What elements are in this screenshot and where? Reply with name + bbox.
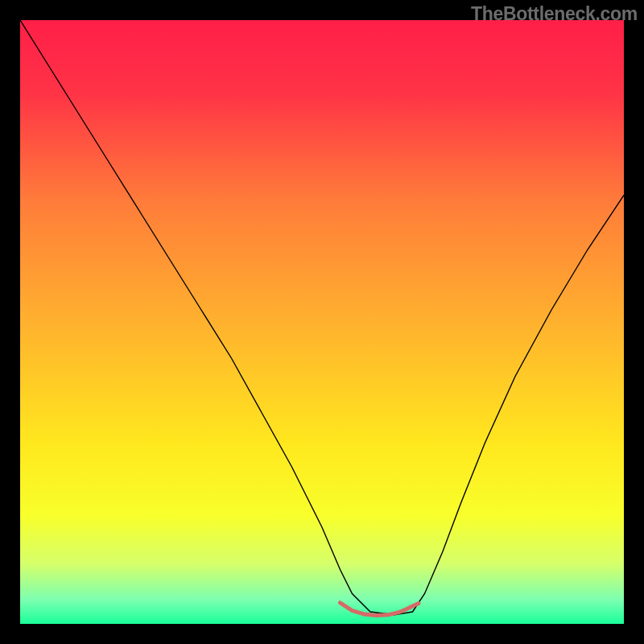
curve-layer <box>20 20 624 624</box>
plot-area <box>20 20 624 624</box>
optimal-band <box>341 603 419 616</box>
bottleneck-curve <box>20 20 624 615</box>
chart-frame: TheBottleneck.com <box>0 0 644 644</box>
